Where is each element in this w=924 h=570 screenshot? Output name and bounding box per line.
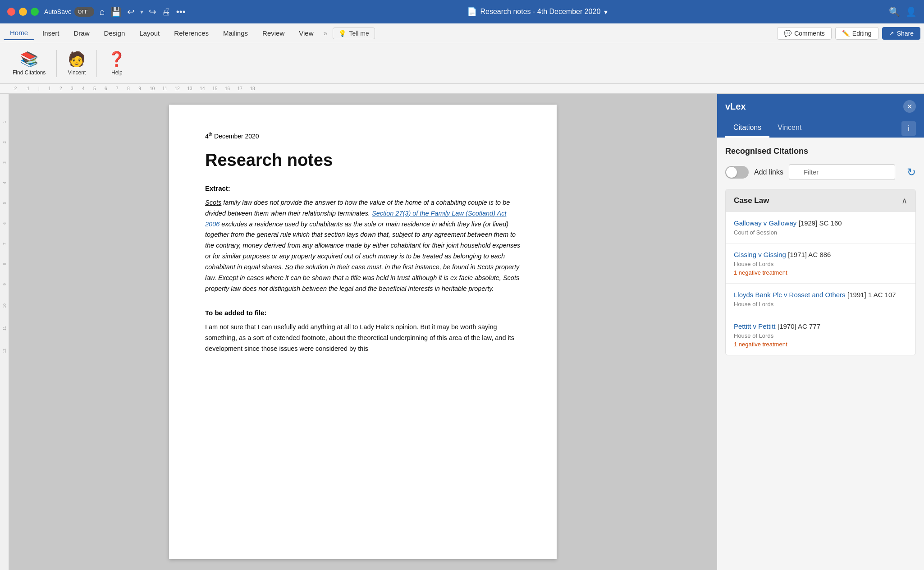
info-button[interactable]: i [901, 121, 916, 136]
ribbon-right: 💬 Comments ✏️ Editing ↗ Share [777, 27, 920, 40]
account-icon[interactable]: 👤 [906, 6, 917, 17]
autosave-control[interactable]: AutoSave OFF [44, 7, 94, 17]
add-links-label: Add links [754, 168, 783, 176]
home-icon[interactable]: ⌂ [100, 7, 105, 17]
vlex-close-button[interactable]: × [903, 100, 916, 113]
case-item-galloway[interactable]: Galloway v Galloway [1929] SC 160 Court … [726, 212, 915, 244]
tab-home[interactable]: Home [4, 26, 34, 40]
filter-input[interactable] [789, 164, 895, 180]
tab-layout[interactable]: Layout [133, 27, 166, 40]
traffic-lights [7, 8, 39, 16]
chevron-up-icon: ∧ [901, 196, 907, 206]
doc-area[interactable]: 4th December 2020 Research notes Extract… [9, 94, 717, 570]
case-name-line: Lloyds Bank Plc v Rosset and Others [199… [734, 291, 907, 299]
recognised-title: Recognised Citations [725, 147, 916, 156]
minimize-window-button[interactable] [19, 8, 27, 16]
comments-icon: 💬 [784, 30, 791, 37]
case-treatment: 1 negative treatment [734, 269, 907, 276]
extract-body: Scots family law does not provide the an… [205, 198, 521, 294]
left-margin: 1 2 3 4 5 6 7 8 9 10 11 12 [0, 94, 9, 570]
case-name: Galloway v Galloway [734, 219, 796, 227]
case-citation-text: [1991] 1 AC 107 [847, 291, 896, 299]
help-button[interactable]: ❓ Help [102, 48, 131, 78]
tab-citations[interactable]: Citations [725, 119, 769, 138]
doc-icon: 📄 [467, 7, 477, 17]
vlex-header: vLex × [717, 94, 924, 119]
case-treatment: 1 negative treatment [734, 341, 907, 348]
autosave-toggle[interactable]: OFF [74, 7, 94, 17]
case-item-gissing[interactable]: Gissing v Gissing [1971] AC 886 House of… [726, 244, 915, 284]
document-date: 4th December 2020 [205, 132, 521, 140]
file-heading: To be added to file: [205, 309, 521, 317]
redo-icon[interactable]: ↪ [149, 6, 156, 17]
case-citation-text: [1970] AC 777 [778, 322, 820, 330]
tab-references[interactable]: References [168, 27, 215, 40]
case-law-header[interactable]: Case Law ∧ [726, 189, 915, 212]
tell-me-label: Tell me [349, 30, 369, 37]
case-court: Court of Session [734, 229, 907, 236]
case-law-title: Case Law [734, 196, 769, 205]
share-icon: ↗ [889, 30, 894, 37]
file-body: I am not sure that I can usefully add an… [205, 322, 521, 354]
document-title: Research notes - 4th December 2020 [480, 8, 601, 16]
tab-review[interactable]: Review [256, 27, 291, 40]
find-citations-label: Find Citations [13, 69, 46, 76]
autosave-label: AutoSave [44, 8, 72, 15]
case-court: House of Lords [734, 301, 907, 308]
ribbon: Home Insert Draw Design Layout Reference… [0, 23, 924, 43]
share-label: Share [897, 30, 914, 37]
ribbon-separator: » [323, 29, 327, 37]
find-citations-button[interactable]: 📚 Find Citations [7, 48, 51, 78]
case-name-line: Pettitt v Pettitt [1970] AC 777 [734, 322, 907, 331]
close-window-button[interactable] [7, 8, 15, 16]
tab-draw[interactable]: Draw [68, 27, 96, 40]
case-court: House of Lords [734, 332, 907, 339]
more-icon[interactable]: ••• [176, 7, 186, 17]
case-citation-text: [1929] SC 160 [799, 219, 842, 227]
tab-view[interactable]: View [293, 27, 320, 40]
share-button[interactable]: ↗ Share [882, 27, 920, 40]
find-citations-icon: 📚 [20, 51, 38, 68]
extract-heading: Extract: [205, 184, 521, 192]
tab-mailings[interactable]: Mailings [217, 27, 254, 40]
case-name: Lloyds Bank Plc v Rosset and Others [734, 291, 846, 299]
tab-design[interactable]: Design [98, 27, 132, 40]
vincent-label: Vincent [68, 69, 86, 76]
undo-icon[interactable]: ↩ [127, 6, 135, 17]
vlex-title: vLex [725, 101, 746, 112]
main-area: 1 2 3 4 5 6 7 8 9 10 11 12 4th December … [0, 94, 924, 570]
maximize-window-button[interactable] [31, 8, 39, 16]
vincent-button[interactable]: 🧑 Vincent [62, 48, 91, 78]
title-dropdown-icon[interactable]: ▾ [604, 8, 608, 16]
vlex-tabs: Citations Vincent i [717, 119, 924, 138]
editing-button[interactable]: ✏️ Editing [835, 27, 878, 40]
tab-insert[interactable]: Insert [36, 27, 66, 40]
document-title-heading: Research notes [205, 151, 521, 170]
tab-vincent[interactable]: Vincent [769, 119, 810, 138]
autosave-state: OFF [78, 9, 88, 14]
search-icon[interactable]: 🔍 [889, 6, 900, 17]
toolbar-divider-2 [96, 50, 97, 77]
case-court: House of Lords [734, 261, 907, 267]
extract-text-2: excludes a residence used by cohabitants… [205, 221, 520, 293]
add-links-toggle[interactable] [725, 166, 749, 179]
case-item-lloyds[interactable]: Lloyds Bank Plc v Rosset and Others [199… [726, 284, 915, 315]
case-name: Pettitt v Pettitt [734, 322, 776, 330]
save-icon[interactable]: 💾 [110, 6, 122, 17]
title-bar-center: 📄 Research notes - 4th December 2020 ▾ [191, 7, 883, 17]
case-name: Gissing v Gissing [734, 251, 786, 258]
print-icon[interactable]: 🖨 [162, 7, 171, 17]
case-item-pettitt[interactable]: Pettitt v Pettitt [1970] AC 777 House of… [726, 315, 915, 355]
vlex-content: Recognised Citations Add links 🔍 ↻ Case … [717, 138, 924, 570]
ruler-content: -2 -1 | 1 2 3 4 5 6 7 8 9 10 11 12 13 14… [0, 86, 924, 91]
case-citation-text: [1971] AC 886 [788, 251, 831, 258]
document-page: 4th December 2020 Research notes Extract… [169, 105, 557, 559]
scots-link: Scots [205, 199, 221, 206]
refresh-button[interactable]: ↻ [907, 166, 916, 179]
tell-me-button[interactable]: 💡 Tell me [333, 28, 375, 39]
pencil-icon: ✏️ [842, 30, 850, 37]
vincent-icon: 🧑 [68, 51, 86, 68]
title-bar: AutoSave OFF ⌂ 💾 ↩ ▾ ↪ 🖨 ••• 📄 Research … [0, 0, 924, 23]
comments-button[interactable]: 💬 Comments [777, 27, 832, 40]
undo-dropdown-icon[interactable]: ▾ [140, 8, 143, 15]
